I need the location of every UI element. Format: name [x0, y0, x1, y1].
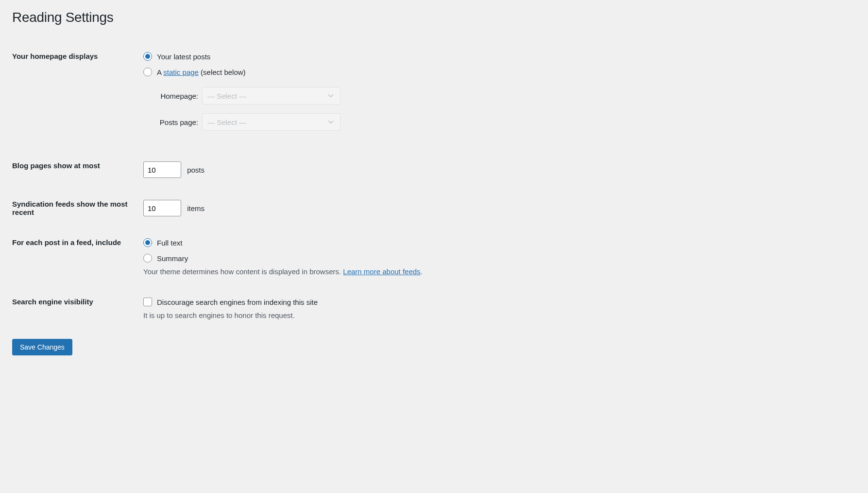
page-title: Reading Settings — [12, 10, 856, 25]
blog-pages-input[interactable] — [143, 161, 181, 178]
syndication-label: Syndication feeds show the most recent — [12, 185, 143, 224]
search-visibility-label: Search engine visibility — [12, 283, 143, 327]
learn-more-feeds-link[interactable]: Learn more about feeds — [343, 267, 420, 276]
save-changes-button[interactable]: Save Changes — [12, 339, 72, 355]
blog-pages-label: Blog pages show at most — [12, 147, 143, 185]
syndication-suffix: items — [187, 204, 204, 212]
search-visibility-checkbox-label: Discourage search engines from indexing … — [157, 298, 318, 306]
syndication-input[interactable] — [143, 200, 181, 216]
posts-page-select-label: Posts page: — [155, 118, 198, 126]
radio-static-page-label: A static page (select below) — [157, 68, 246, 76]
posts-page-select[interactable]: — Select — — [202, 113, 340, 131]
radio-static-page[interactable] — [143, 68, 152, 76]
radio-full-text[interactable] — [143, 238, 152, 247]
feed-description: Your theme determines how content is dis… — [143, 267, 856, 276]
blog-pages-suffix: posts — [187, 166, 204, 174]
radio-summary-label: Summary — [157, 254, 188, 263]
homepage-displays-label: Your homepage displays — [12, 45, 143, 147]
static-page-link[interactable]: static page — [163, 68, 199, 76]
search-visibility-checkbox[interactable] — [143, 298, 152, 306]
radio-full-text-label: Full text — [157, 239, 183, 247]
radio-summary[interactable] — [143, 254, 152, 263]
radio-latest-posts-label: Your latest posts — [157, 53, 210, 61]
feed-include-label: For each post in a feed, include — [12, 224, 143, 283]
homepage-select[interactable]: — Select — — [202, 87, 340, 105]
homepage-select-label: Homepage: — [155, 92, 198, 100]
search-visibility-description: It is up to search engines to honor this… — [143, 311, 856, 319]
radio-latest-posts[interactable] — [143, 52, 152, 61]
